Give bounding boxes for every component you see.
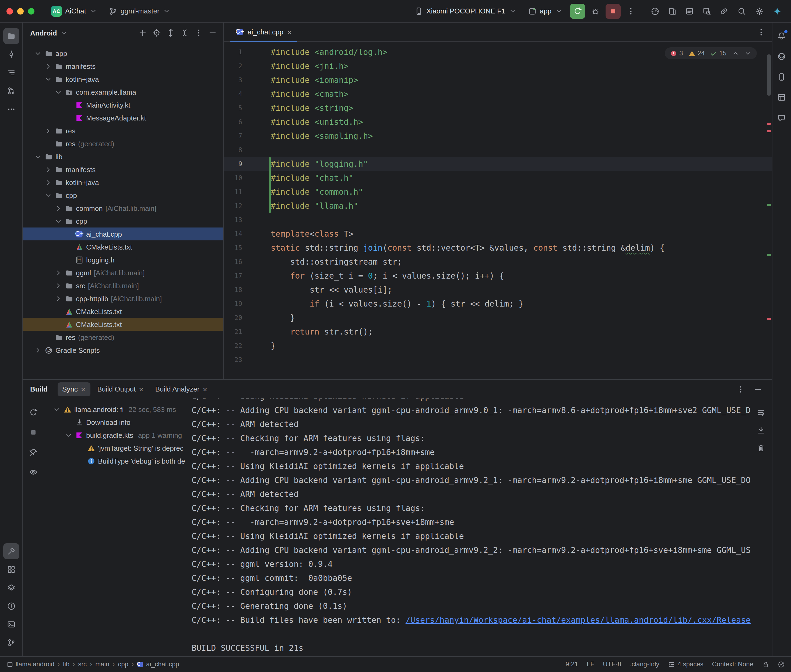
tree-item-common[interactable]: common [AiChat.lib.main] <box>22 202 223 214</box>
build-tree-item-download-info[interactable]: Download info <box>44 416 192 429</box>
line-number[interactable]: 2 <box>224 62 242 70</box>
tool-button-project[interactable] <box>3 28 19 44</box>
tree-item-logging-h[interactable]: Hlogging.h <box>22 253 223 266</box>
breadcrumb-item-cpp[interactable]: cpp <box>118 661 128 668</box>
tree-item-gradle-scripts[interactable]: GGradle Scripts <box>22 344 223 357</box>
line-number[interactable]: 20 <box>224 314 242 322</box>
tree-item-res[interactable]: res (generated) <box>22 137 223 150</box>
add-button[interactable] <box>136 26 149 39</box>
line-number[interactable]: 15 <box>224 244 242 252</box>
tree-item-cpp-httplib[interactable]: cpp-httplib [AiChat.lib.main] <box>22 292 223 305</box>
close-icon[interactable]: × <box>203 386 207 393</box>
tree-item-lib[interactable]: lib <box>22 150 223 163</box>
collapse-all-button[interactable] <box>178 26 191 39</box>
tree-item-manifests[interactable]: manifests <box>22 60 223 73</box>
close-icon[interactable]: × <box>81 386 85 393</box>
tree-item-app[interactable]: app <box>22 47 223 60</box>
tool-button-structure[interactable] <box>3 64 19 81</box>
tree-item-cpp[interactable]: cpp <box>22 189 223 202</box>
chev-up-icon[interactable] <box>732 50 739 57</box>
line-number[interactable]: 10 <box>224 174 242 182</box>
search-everywhere-button[interactable] <box>734 3 749 19</box>
line-separator-widget[interactable]: LF <box>587 661 594 668</box>
run-configuration-selector[interactable]: app <box>524 3 567 19</box>
build-tree-item-jvmtarget-string-is-deprec[interactable]: 'jvmTarget: String' is deprec <box>44 442 192 454</box>
hide-build-panel-button[interactable] <box>751 382 764 395</box>
close-icon[interactable]: × <box>139 386 143 393</box>
line-number[interactable]: 19 <box>224 300 242 308</box>
pin-tab-button[interactable] <box>27 446 40 459</box>
tree-item-messageadapter-kt[interactable]: MessageAdapter.kt <box>22 111 223 124</box>
select-opened-file-button[interactable] <box>150 26 163 39</box>
project-view-selector[interactable]: Android <box>27 29 71 37</box>
build-tab-build-analyzer[interactable]: Build Analyzer× <box>151 382 212 396</box>
settings-button[interactable] <box>752 3 767 19</box>
tree-item-mainactivity-kt[interactable]: MainActivity.kt <box>22 98 223 111</box>
preview-button[interactable] <box>27 466 40 478</box>
cursor-position-widget[interactable]: 9:21 <box>565 661 578 668</box>
tool-button-layout-inspector[interactable] <box>773 89 789 106</box>
tool-button-problems[interactable] <box>3 598 19 614</box>
chev-down-icon[interactable] <box>744 50 751 57</box>
tree-item-ai-chat-cpp[interactable]: C+ai_chat.cpp <box>22 227 223 240</box>
expand-all-button[interactable] <box>164 26 177 39</box>
tree-item-com-example-llama[interactable]: com.example.llama <box>22 85 223 98</box>
build-tree-item-llama-android-fi[interactable]: llama.android: fi22 sec, 583 ms <box>44 403 192 416</box>
hide-tool-window-button[interactable] <box>206 26 219 39</box>
line-number[interactable]: 18 <box>224 286 242 294</box>
breadcrumb-item-main[interactable]: main <box>95 661 109 668</box>
line-number[interactable]: 11 <box>224 188 242 196</box>
line-number[interactable]: 13 <box>224 216 242 224</box>
build-options-button[interactable] <box>734 382 747 395</box>
scroll-to-end-button[interactable] <box>754 424 767 437</box>
line-number[interactable]: 3 <box>224 76 242 84</box>
tree-item-cmakelists-txt[interactable]: CMakeLists.txt <box>22 240 223 253</box>
sync-project-button[interactable] <box>716 3 731 19</box>
build-tab-sync[interactable]: Sync× <box>57 382 90 396</box>
close-window-button[interactable] <box>6 8 13 14</box>
debug-button[interactable] <box>587 3 603 19</box>
tool-button-build-variants[interactable] <box>3 579 19 596</box>
more-run-options-button[interactable] <box>623 3 638 19</box>
tree-item-res[interactable]: res (generated) <box>22 331 223 344</box>
rerun-sync-button[interactable] <box>27 406 40 419</box>
line-number[interactable]: 21 <box>224 328 242 336</box>
breadcrumb-item-llama-android[interactable]: llama.android <box>6 661 55 668</box>
tree-item-cmakelists-txt[interactable]: CMakeLists.txt <box>22 318 223 331</box>
tool-button-gradle[interactable]: G <box>773 48 789 64</box>
line-number[interactable]: 23 <box>224 356 242 363</box>
line-number[interactable]: 22 <box>224 342 242 350</box>
file-encoding-widget[interactable]: UTF-8 <box>603 661 621 668</box>
line-number[interactable]: 12 <box>224 202 242 210</box>
minimize-window-button[interactable] <box>17 8 24 14</box>
logcat-button[interactable] <box>682 3 697 19</box>
tool-button-app-quality-insights[interactable] <box>773 110 789 126</box>
breadcrumb-item-lib[interactable]: lib <box>63 661 69 668</box>
editor-options-button[interactable] <box>754 26 767 38</box>
line-number[interactable]: 14 <box>224 230 242 238</box>
ai-context-widget[interactable]: Context: None <box>712 661 753 668</box>
device-selector[interactable]: Xiaomi POCOPHONE F1 <box>410 3 521 19</box>
line-number[interactable]: 1 <box>224 48 242 56</box>
tree-item-src[interactable]: src [AiChat.lib.main] <box>22 279 223 292</box>
line-number[interactable]: 6 <box>224 118 242 126</box>
code-editor[interactable]: 1#include <android/log.h>2#include <jni.… <box>224 42 772 379</box>
tree-item-manifests[interactable]: manifests <box>22 163 223 176</box>
fullscreen-window-button[interactable] <box>28 8 34 14</box>
build-tree-item-buildtype-debug-is-both-de[interactable]: BuildType 'debug' is both de <box>44 454 192 467</box>
build-tab-build-output[interactable]: Build Output× <box>92 382 148 396</box>
write-access-widget[interactable] <box>762 661 769 668</box>
tool-button-packages[interactable] <box>3 561 19 578</box>
build-console[interactable]: C/C++: -- Using KleidiAI optimized kerne… <box>192 398 772 656</box>
errors-indicator[interactable]: 3 <box>670 50 683 57</box>
tool-button-more-tool-windows[interactable] <box>3 101 19 117</box>
line-number[interactable]: 8 <box>224 146 242 154</box>
line-number[interactable]: 9 <box>224 160 242 168</box>
project-widget[interactable]: AC AiChat <box>47 3 102 19</box>
tool-button-device-manager[interactable] <box>773 69 789 85</box>
line-number[interactable]: 4 <box>224 90 242 98</box>
tool-button-notifications[interactable] <box>773 28 789 44</box>
breadcrumb-item-ai-chat-cpp[interactable]: C+ai_chat.cpp <box>137 661 179 668</box>
code-analyzer-widget[interactable]: .clang-tidy <box>630 661 659 668</box>
tool-button-commit[interactable] <box>3 46 19 62</box>
